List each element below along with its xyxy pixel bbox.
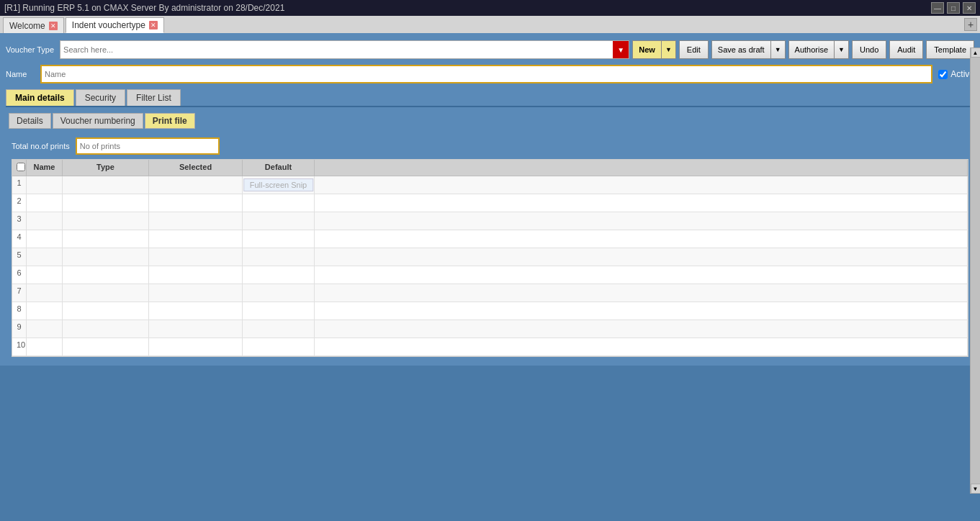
authorise-button[interactable]: Authorise <box>788 40 834 59</box>
tab-indent-label: Indent vouchertype <box>72 20 145 30</box>
row-1-default[interactable]: Full-screen Snip <box>243 176 315 194</box>
edit-button[interactable]: Edit <box>679 40 709 59</box>
row-1-selected[interactable] <box>149 176 243 194</box>
row-7-extra <box>315 284 968 302</box>
row-3-default[interactable] <box>243 212 315 230</box>
active-container: Active <box>938 69 974 79</box>
row-2-type[interactable] <box>63 194 149 212</box>
col-default-header: Default <box>243 160 315 176</box>
row-5-extra <box>315 248 968 266</box>
name-input[interactable] <box>40 65 932 83</box>
tab-welcome[interactable]: Welcome ✕ <box>3 17 64 33</box>
row-7-selected[interactable] <box>149 284 243 302</box>
row-9-selected[interactable] <box>149 320 243 337</box>
row-1-name[interactable] <box>27 176 63 194</box>
window-controls[interactable]: — □ ✕ <box>931 2 976 14</box>
row-10-type[interactable] <box>63 338 149 355</box>
tab-bar: Welcome ✕ Indent vouchertype ✕ + <box>0 16 980 35</box>
fullscreen-snip-label: Full-screen Snip <box>243 178 313 191</box>
tab-security[interactable]: Security <box>76 89 125 106</box>
title-bar: [R1] Running ERP 5.1 on CMAX Server By a… <box>0 0 980 16</box>
save-as-draft-button[interactable]: Save as draft <box>711 40 770 59</box>
audit-button[interactable]: Audit <box>889 40 923 59</box>
authorise-split: Authorise ▼ <box>788 40 849 59</box>
col-selected-header: Selected <box>149 160 243 176</box>
row-4-selected[interactable] <box>149 230 243 248</box>
row-4-default[interactable] <box>243 230 315 248</box>
main-tabs: Main details Security Filter List <box>6 89 974 106</box>
subtab-details[interactable]: Details <box>9 113 51 129</box>
row-9-name[interactable] <box>27 320 63 337</box>
row-2-name[interactable] <box>27 194 63 212</box>
row-5-type[interactable] <box>63 248 149 266</box>
subtab-voucher-numbering[interactable]: Voucher numbering <box>53 113 143 129</box>
maximize-button[interactable]: □ <box>947 2 960 14</box>
row-8-default[interactable] <box>243 302 315 320</box>
row-3-name[interactable] <box>27 212 63 230</box>
sub-tabs: Details Voucher numbering Print file <box>9 113 974 129</box>
close-button[interactable]: ✕ <box>963 2 976 14</box>
row-2-default[interactable] <box>243 194 315 212</box>
row-6-type[interactable] <box>63 266 149 284</box>
row-5-name[interactable] <box>27 248 63 266</box>
row-7-name[interactable] <box>27 284 63 302</box>
row-num-1: 1 <box>12 176 27 194</box>
print-file-panel: Total no.of prints Name Type Selected De… <box>6 135 974 360</box>
table-row: 2 <box>12 194 968 212</box>
row-7-default[interactable] <box>243 284 315 302</box>
search-input[interactable] <box>60 41 613 58</box>
table-row: 6 <box>12 266 968 284</box>
minimize-button[interactable]: — <box>931 2 944 14</box>
scroll-up-arrow[interactable]: ▲ <box>971 47 981 58</box>
row-2-selected[interactable] <box>149 194 243 212</box>
authorise-arrow[interactable]: ▼ <box>834 40 849 59</box>
row-8-selected[interactable] <box>149 302 243 320</box>
save-as-draft-split: Save as draft ▼ <box>711 40 786 59</box>
row-10-selected[interactable] <box>149 338 243 355</box>
save-as-draft-arrow[interactable]: ▼ <box>770 40 786 59</box>
name-label: Name <box>6 70 35 78</box>
row-6-selected[interactable] <box>149 266 243 284</box>
new-button-split: New ▼ <box>632 40 676 59</box>
row-10-name[interactable] <box>27 338 63 355</box>
undo-button[interactable]: Undo <box>852 40 886 59</box>
scroll-down-arrow[interactable]: ▼ <box>971 484 981 494</box>
new-dropdown-arrow[interactable]: ▼ <box>661 40 676 59</box>
row-2-extra <box>315 194 968 212</box>
form-panel: Details Voucher numbering Print file Tot… <box>6 106 974 360</box>
col-extra-header <box>315 160 968 176</box>
row-3-type[interactable] <box>63 212 149 230</box>
row-3-selected[interactable] <box>149 212 243 230</box>
tab-indent-close[interactable]: ✕ <box>149 21 158 30</box>
row-4-name[interactable] <box>27 230 63 248</box>
add-tab-button[interactable]: + <box>964 18 977 31</box>
row-5-default[interactable] <box>243 248 315 266</box>
grid-header: Name Type Selected Default <box>12 160 968 176</box>
row-8-name[interactable] <box>27 302 63 320</box>
table-row: 8 <box>12 302 968 320</box>
active-checkbox[interactable] <box>938 70 948 79</box>
row-6-default[interactable] <box>243 266 315 284</box>
row-1-type[interactable] <box>63 176 149 194</box>
row-5-selected[interactable] <box>149 248 243 266</box>
total-prints-input[interactable] <box>76 137 220 155</box>
tab-welcome-close[interactable]: ✕ <box>49 22 58 30</box>
row-7-type[interactable] <box>63 284 149 302</box>
tab-filter-list[interactable]: Filter List <box>127 89 181 106</box>
row-9-default[interactable] <box>243 320 315 337</box>
row-10-default[interactable] <box>243 338 315 355</box>
tab-main-details[interactable]: Main details <box>6 89 74 106</box>
row-6-name[interactable] <box>27 266 63 284</box>
row-8-type[interactable] <box>63 302 149 320</box>
select-all-checkbox[interactable] <box>17 163 25 171</box>
template-button[interactable]: Template <box>926 40 974 59</box>
tab-indent-vouchertype[interactable]: Indent vouchertype ✕ <box>66 17 164 33</box>
search-dropdown-button[interactable]: ▼ <box>613 41 629 58</box>
row-6-extra <box>315 266 968 284</box>
scrollbar-right[interactable]: ▲ ▼ <box>970 47 980 494</box>
subtab-print-file[interactable]: Print file <box>145 113 195 129</box>
row-4-type[interactable] <box>63 230 149 248</box>
new-button[interactable]: New <box>632 40 661 59</box>
row-9-type[interactable] <box>63 320 149 337</box>
toolbar: Voucher Type ▼ New ▼ Edit Save as draft … <box>6 40 974 59</box>
